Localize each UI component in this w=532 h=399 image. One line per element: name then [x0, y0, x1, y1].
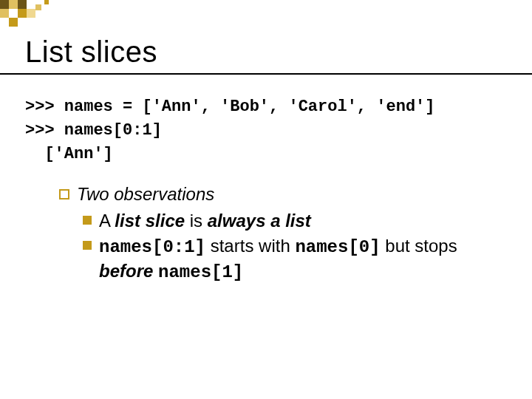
- observations-header-text: Two observations: [77, 184, 214, 205]
- observations-block: Two observations A list slice is always …: [25, 184, 507, 285]
- svg-rect-6: [9, 18, 18, 27]
- observation-item-2: names[0:1] starts with names[0] but stop…: [59, 234, 507, 285]
- slide-content: >>> names = ['Ann', 'Bob', 'Carol', 'end…: [0, 75, 532, 285]
- title-row: List slices: [0, 35, 532, 75]
- svg-rect-1: [9, 0, 18, 9]
- filled-square-bullet-icon: [83, 241, 92, 250]
- page-title: List slices: [25, 35, 507, 69]
- svg-rect-3: [0, 9, 9, 18]
- observation-1-text: A list slice is always a list: [99, 209, 507, 233]
- svg-rect-2: [18, 0, 27, 9]
- observation-item-1: A list slice is always a list: [59, 209, 507, 233]
- code-line-1: >>> names = ['Ann', 'Bob', 'Carol', 'end…: [25, 95, 507, 119]
- code-line-2: >>> names[0:1]: [25, 119, 507, 143]
- corner-decoration: [0, 0, 89, 30]
- hollow-square-bullet-icon: [59, 189, 69, 200]
- observations-header: Two observations: [59, 184, 507, 205]
- observation-2-text: names[0:1] starts with names[0] but stop…: [99, 234, 507, 285]
- code-line-3: ['Ann']: [25, 143, 507, 166]
- svg-rect-0: [0, 0, 9, 9]
- svg-rect-4: [18, 9, 27, 18]
- filled-square-bullet-icon: [83, 216, 92, 225]
- svg-rect-7: [35, 4, 41, 10]
- svg-rect-8: [44, 0, 49, 4]
- svg-rect-5: [27, 9, 35, 18]
